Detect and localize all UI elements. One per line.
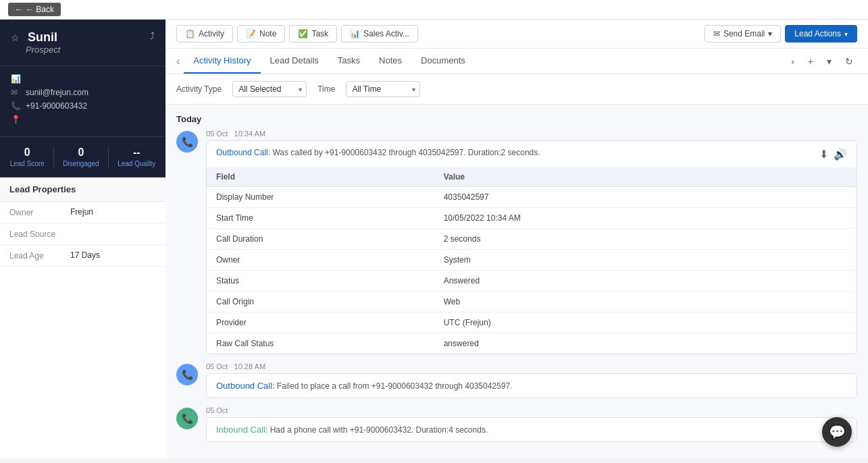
speaker-icon[interactable]: 🔊 [834,148,847,161]
activity-2-meta: 05 Oct 10:28 AM [206,362,857,371]
activity-3-date: 05 Oct [206,406,228,414]
activity-3-main: 05 Oct Inbound Call: Had a phone call wi… [206,406,857,442]
lead-score-value: 0 [10,146,45,159]
activity-icon: 📋 [185,29,195,38]
activity-2-icon: 📞 [176,364,198,385]
tabs-next-button[interactable]: › [787,53,798,70]
detail-value: answered [434,333,857,354]
tabs-add-button[interactable]: + [804,53,817,70]
tab-documents[interactable]: Documents [411,49,475,74]
task-button[interactable]: ✅ Task [289,25,337,43]
lead-chart-icon-row: 📊 [11,74,155,84]
phone-outbound-icon: 📞 [182,136,193,147]
tab-notes[interactable]: Notes [369,49,411,74]
detail-field: Status [207,271,434,292]
activity-1-expanded: Outbound Call: Was called by +91-9000603… [206,140,857,354]
activity-1-link[interactable]: Outbound Call [216,148,268,157]
left-panel: ☆ Sunil Prospect ⤴ 📊 ✉ sunil@frejun.com [0,20,165,458]
detail-field: Call Origin [207,292,434,312]
detail-field: Owner [207,250,434,271]
activity-button[interactable]: 📋 Activity [176,25,233,43]
time-select-wrapper: All Time [346,81,420,97]
lead-actions-button[interactable]: Lead Actions ▾ [785,25,857,43]
activity-type-select[interactable]: All Selected [232,81,307,97]
lead-title: Prospect [26,45,60,55]
property-rows: Owner Frejun Lead Source Lead Age 17 Day… [0,202,165,267]
detail-row: Status Answered [207,271,857,292]
back-button[interactable]: ← ← Back [8,3,61,16]
property-label: Owner [9,207,70,217]
send-email-icon: ✉ [713,29,720,38]
detail-row: Provider UTC (Frejun) [207,312,857,333]
main-layout: ☆ Sunil Prospect ⤴ 📊 ✉ sunil@frejun.com [0,20,868,458]
activity-3-link[interactable]: Inbound Call [216,425,265,435]
lead-email-row: ✉ sunil@frejun.com [11,88,155,97]
tab-lead-details[interactable]: Lead Details [261,49,328,74]
location-icon: 📍 [11,115,20,124]
activity-2-desc: : Failed to place a call from +91-900060… [272,381,512,391]
lead-phone-row: 📞 +91-9000603432 [11,101,155,111]
lead-name: Sunil [28,30,57,45]
right-panel: 📋 Activity 📝 Note ✅ Task 📊 Sales Activ..… [165,20,868,458]
share-icon[interactable]: ⤴ [150,30,155,41]
detail-row: Call Duration 2 seconds [207,229,857,250]
detail-row: Call Origin Web [207,292,857,312]
property-row: Owner Frejun [0,202,165,223]
detail-field: Call Duration [207,229,434,250]
note-button[interactable]: 📝 Note [237,25,285,43]
lead-header: ☆ Sunil Prospect ⤴ [0,20,165,66]
property-label: Lead Age [9,250,70,261]
activity-1-date: 05 Oct [206,130,228,138]
detail-row: Display Number 4035042597 [207,187,857,208]
detail-row: Start Time 10/05/2022 10:34 AM [207,208,857,229]
tabs-bar: ‹ Activity History Lead Details Tasks No… [165,49,868,74]
activity-1-desc: : Was called by +91-9000603432 through 4… [268,148,540,157]
disengaged-value: 0 [63,146,99,159]
property-row: Lead Source [0,223,165,245]
activity-2-time: 10:28 AM [234,362,265,371]
star-icon[interactable]: ☆ [11,32,20,43]
chat-button[interactable]: 💬 [822,417,852,447]
tab-tasks[interactable]: Tasks [328,49,369,74]
activity-1-main: 05 Oct 10:34 AM Outbound Call: Was calle… [206,130,857,354]
tabs-more-button[interactable]: ▾ [823,53,836,70]
sales-activity-label: Sales Activ... [363,29,409,38]
bar-chart-icon: 📊 [11,74,20,84]
property-value: Frejun [70,207,93,217]
activity-1-actions: ⬇ 🔊 [819,148,847,161]
activity-label: Activity [199,29,224,38]
detail-value: Answered [434,271,857,292]
disengaged-label: Disengaged [63,160,99,167]
send-email-label: Send Email [723,29,765,38]
detail-value: 2 seconds [434,229,857,250]
today-label: Today [176,105,857,130]
phone-inbound-icon: 📞 [182,413,193,424]
value-header: Value [434,167,857,187]
activity-1-detail-table: Field Value Display Number 4035042597 St… [207,167,857,354]
activity-2-link[interactable]: Outbound Call [216,381,272,391]
chat-icon: 💬 [829,424,846,440]
activity-content: Today 📞 05 Oct 10:34 AM Outbound [165,105,868,458]
download-icon[interactable]: ⬇ [819,148,828,161]
property-label: Lead Source [9,229,70,239]
tab-nav-prev-icon[interactable]: ‹ [176,55,180,67]
tabs-refresh-button[interactable]: ↻ [841,53,857,70]
property-row: Lead Age 17 Days [0,245,165,267]
send-email-button[interactable]: ✉ Send Email ▾ [705,25,781,43]
detail-field: Provider [207,312,434,333]
activity-item-3: 📞 05 Oct Inbound Call: Had a phone call … [176,406,857,442]
lead-score-label: Lead Score [10,160,45,167]
lead-stats: 0 Lead Score 0 Disengaged -- Lead Qualit… [0,137,165,178]
sales-activity-button[interactable]: 📊 Sales Activ... [341,25,418,43]
lead-location-row: 📍 [11,115,155,124]
phone-outbound-2-icon: 📞 [182,369,193,380]
activity-item-1: 📞 05 Oct 10:34 AM Outbound Call: Was cal… [176,130,857,354]
detail-row: Raw Call Status answered [207,333,857,354]
tab-activity-history[interactable]: Activity History [184,49,260,74]
action-bar-right: ✉ Send Email ▾ Lead Actions ▾ [705,25,857,43]
lead-phone: +91-9000603432 [26,101,87,111]
time-select[interactable]: All Time [346,81,420,97]
email-icon: ✉ [11,88,20,97]
filter-bar: Activity Type All Selected Time All Time [165,74,868,105]
task-label: Task [311,29,328,38]
